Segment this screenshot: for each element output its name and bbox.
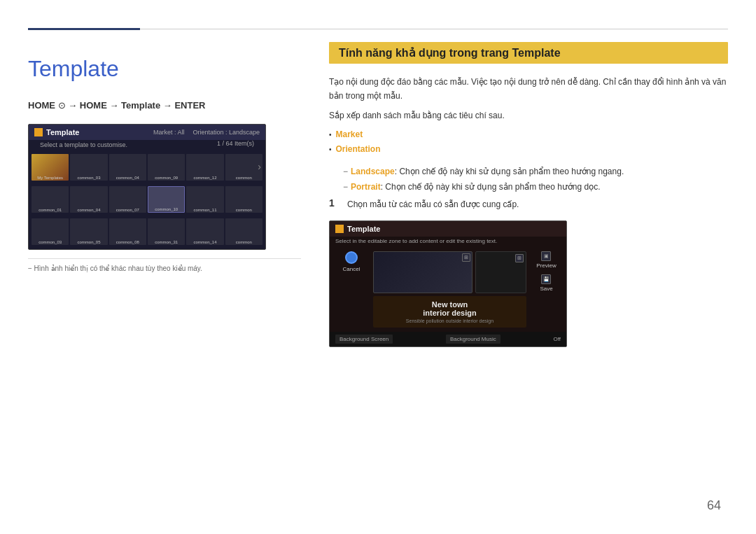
sub-bullet-list: − Landscape: Chọn chế độ này khi sử dụng… <box>343 164 728 195</box>
tui-row-3: common_03 common_05 common_08 common_31 … <box>29 216 265 246</box>
bg-music-value: Off <box>553 336 561 342</box>
tui-cell-common11[interactable]: common_11 <box>186 186 223 213</box>
nav-instruction: HOME ⊙ → HOME → Template → ENTER <box>28 99 301 113</box>
image-corner-icon: ⊞ <box>462 253 470 262</box>
tui-cell-common14[interactable]: common_14 <box>186 218 223 245</box>
template-ui-mockup-left: Template Market : All Orientation : Land… <box>28 124 266 250</box>
orientation-label: Orientation <box>336 142 381 157</box>
tul-subtitle: Select in the editable zone to add conte… <box>330 237 566 247</box>
tui-row-1: My Templates common_03 common_04 common_… <box>29 151 265 182</box>
tui-subtitle: Select a template to customise. <box>34 140 133 151</box>
landscape-text: : Chọn chế độ này khi sử dụng sản phẩm t… <box>395 167 624 176</box>
tul-image-small[interactable]: ⊞ <box>475 251 526 293</box>
cancel-icon <box>345 251 358 264</box>
preview-button[interactable]: ▣ Preview <box>536 251 556 269</box>
tul-text-desc: Sensible pollution outside interior desi… <box>377 318 522 323</box>
tui-cell-common04b[interactable]: common_04 <box>70 186 107 213</box>
preview-icon: ▣ <box>541 251 551 261</box>
tul-image-inner <box>373 251 472 293</box>
tui-cell-common03[interactable]: common_03 <box>70 154 107 181</box>
tui-cell-common12[interactable]: common_12 <box>186 154 223 181</box>
orientation-filter: Orientation : Landscape <box>192 129 260 136</box>
description-text: Tạo nội dung độc đáo bằng các mẫu. Việc … <box>329 75 728 104</box>
step-number: 1 <box>329 197 340 209</box>
tul-text-main: New town <box>377 300 522 309</box>
save-icon: 💾 <box>541 274 551 284</box>
bullet-orientation: • Orientation <box>329 142 728 157</box>
tui-cell-common05[interactable]: common_05 <box>70 218 107 245</box>
landscape-key: Landscape <box>351 167 395 176</box>
tul-images-row: ⊞ ⊞ <box>373 251 526 293</box>
tul-right-panel: ▣ Preview 💾 Save <box>531 251 562 328</box>
tui-count: 1 / 64 Item(s) <box>217 140 260 151</box>
left-column: Template HOME ⊙ → HOME → Template → ENTE… <box>28 42 301 272</box>
sort-text: Sắp xếp danh sách mẫu bằng các tiêu chí … <box>329 111 728 120</box>
section-title: Tính năng khả dụng trong trang Template <box>329 42 728 64</box>
tui-grid-row3: common_03 common_05 common_08 common_31 … <box>29 216 265 246</box>
tui-cell-common03b[interactable]: common_03 <box>31 218 69 245</box>
tui-grid-row2: common_01 common_04 common_07 common_10 … <box>29 183 265 214</box>
tul-image-large[interactable]: ⊞ <box>373 251 472 293</box>
tul-title: Template <box>347 225 380 233</box>
portrait-text: : Chọn chế độ này khi sử dụng sản phẩm t… <box>381 182 601 192</box>
tul-header: Template <box>330 221 566 237</box>
tui-grid-row1: My Templates common_03 common_04 common_… <box>29 151 265 182</box>
top-decorative-lines <box>28 28 728 30</box>
sub-bullet-portrait: − Portrait: Chọn chế độ này khi sử dụng … <box>343 180 728 195</box>
tul-main-area: ⊞ ⊞ New town interior design Sensible po… <box>373 251 526 328</box>
page-number: 64 <box>707 498 721 513</box>
tul-text-area[interactable]: New town interior design Sensible pollut… <box>373 296 526 328</box>
preview-label: Preview <box>536 262 556 269</box>
tui-cell-common08[interactable]: common_08 <box>109 218 146 245</box>
tul-icon <box>335 225 344 233</box>
top-line-dark <box>28 28 140 30</box>
tui-row-2: common_01 common_04 common_07 common_10 … <box>29 183 265 214</box>
tui-cell-common-r2[interactable]: common <box>225 186 262 213</box>
step-1-row: 1 Chọn mẫu từ các mẫu có sẵn được cung c… <box>329 197 728 211</box>
bullet-list: • Market • Orientation <box>329 127 728 157</box>
footer-note: − Hình ảnh hiển thị có thể khác nhau tùy… <box>28 258 301 272</box>
bg-screen-label[interactable]: Background Screen <box>335 335 393 344</box>
template-ui-mockup-right: Template Select in the editable zone to … <box>329 220 567 347</box>
right-column: Tính năng khả dụng trong trang Template … <box>329 42 728 347</box>
tui-nav-arrow[interactable]: › <box>258 161 261 172</box>
tui-icon <box>34 128 43 136</box>
tul-left-panel: Cancel <box>334 251 369 328</box>
bullet-market: • Market <box>329 127 728 143</box>
tui-header: Template Market : All Orientation : Land… <box>29 125 265 140</box>
tul-text-sub: interior design <box>377 309 522 317</box>
tui-cell-common31[interactable]: common_31 <box>148 218 185 245</box>
portrait-key: Portrait <box>351 182 381 192</box>
tui-cell-common09[interactable]: common_09 <box>148 154 185 181</box>
tui-cell-common01[interactable]: common_01 <box>31 186 69 213</box>
tul-body: Cancel ⊞ ⊞ New town <box>330 247 566 332</box>
market-filter: Market : All <box>153 129 185 136</box>
tui-cell-common-r1[interactable]: common <box>225 154 262 181</box>
page-title: Template <box>28 56 301 82</box>
bg-music-label[interactable]: Background Music <box>446 335 500 344</box>
market-label: Market <box>336 127 363 143</box>
cell-label-my-templates: My Templates <box>31 176 69 180</box>
tui-controls: Market : All Orientation : Landscape <box>153 129 260 136</box>
save-label: Save <box>540 286 552 292</box>
tui-cell-common07[interactable]: common_07 <box>109 186 146 213</box>
tui-title: Template <box>46 128 79 136</box>
tui-cell-common04[interactable]: common_04 <box>109 154 146 181</box>
tul-footer: Background Screen Background Music Off <box>330 332 566 346</box>
sub-bullet-landscape: − Landscape: Chọn chế độ này khi sử dụng… <box>343 164 728 180</box>
top-line-light <box>140 29 728 29</box>
tui-cell-my-templates[interactable]: My Templates <box>31 154 69 181</box>
cancel-button[interactable]: Cancel <box>343 251 360 272</box>
cancel-label: Cancel <box>343 266 360 272</box>
tui-cell-common-r3[interactable]: common <box>225 218 262 245</box>
save-button[interactable]: 💾 Save <box>540 274 552 292</box>
step-text: Chọn mẫu từ các mẫu có sẵn được cung cấp… <box>347 197 519 211</box>
tui-cell-common10[interactable]: common_10 <box>148 186 185 213</box>
small-image-corner-icon: ⊞ <box>515 254 524 262</box>
